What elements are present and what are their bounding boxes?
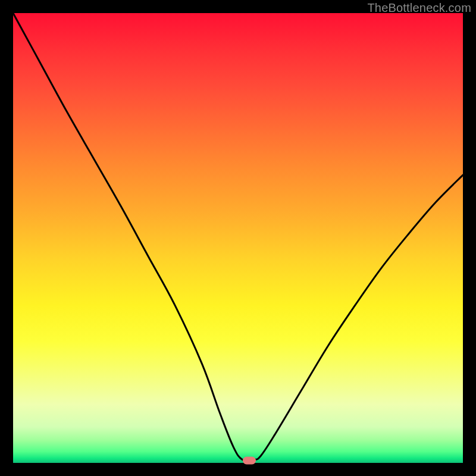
chart-frame: TheBottleneck.com	[0, 0, 476, 476]
optimal-point-marker	[243, 457, 256, 465]
plot-area	[13, 13, 463, 463]
attribution-label: TheBottleneck.com	[367, 1, 471, 15]
bottleneck-curve	[13, 13, 463, 463]
